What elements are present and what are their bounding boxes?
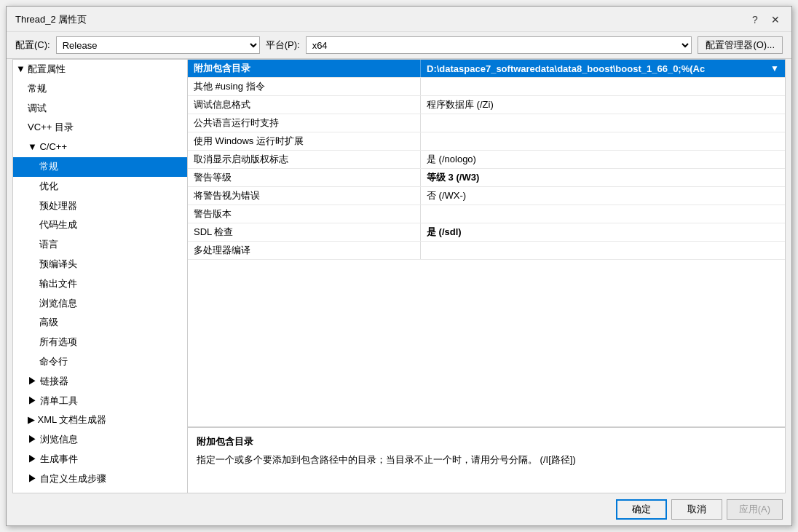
tree-item-vc-dirs[interactable]: VC++ 目录 — [13, 118, 187, 138]
tree-item-cpp-codegen[interactable]: 代码生成 — [13, 215, 187, 235]
prop-row-suppress-logo[interactable]: 取消显示启动版权标志是 (/nologo) — [188, 151, 785, 169]
tree-item-cpp-all[interactable]: 所有选项 — [13, 333, 187, 352]
config-label: 配置(C): — [15, 39, 50, 52]
props-header-value: D:\dataspace7_softwaredata\data8_boost\b… — [421, 60, 785, 77]
tree-item-cpp-cmdline[interactable]: 命令行 — [13, 352, 187, 372]
config-manager-button[interactable]: 配置管理器(O)... — [698, 36, 783, 54]
dialog-title: Thread_2 属性页 — [15, 13, 87, 26]
description-panel: 附加包含目录 指定一个或多个要添加到包含路径中的目录；当目录不止一个时，请用分号… — [188, 427, 785, 493]
left-tree-panel: ▼ 配置属性常规调试VC++ 目录▼ C/C++常规优化预处理器代码生成语言预编… — [13, 60, 188, 493]
desc-text: 指定一个或多个要添加到包含路径中的目录；当目录不止一个时，请用分号分隔。 (/I… — [197, 453, 776, 467]
tree-item-custom-build[interactable]: ▶ 自定义生成步骤 — [13, 469, 187, 489]
props-header-row: 附加包含目录 D:\dataspace7_softwaredata\data8_… — [188, 60, 785, 78]
prop-name-warning-version: 警告版本 — [188, 205, 421, 223]
prop-value-warning-version — [421, 205, 785, 223]
platform-label: 平台(P): — [266, 39, 300, 52]
prop-row-multi-proc[interactable]: 多处理器编译 — [188, 242, 785, 260]
prop-value-sdl-check: 是 (/sdl) — [421, 223, 785, 241]
prop-value-warning-as-error: 否 (/WX-) — [421, 187, 785, 205]
tree-item-cpp-lang[interactable]: 语言 — [13, 235, 187, 255]
prop-name-warning-level: 警告等级 — [188, 169, 421, 186]
tree-item-config-props[interactable]: ▼ 配置属性 — [13, 60, 187, 79]
tree-item-cpp-browse[interactable]: 浏览信息 — [13, 294, 187, 314]
main-content: ▼ 配置属性常规调试VC++ 目录▼ C/C++常规优化预处理器代码生成语言预编… — [12, 59, 786, 493]
ok-button[interactable]: 确定 — [616, 499, 667, 520]
prop-value-multi-proc — [421, 242, 785, 259]
prop-value-windows-runtime — [421, 132, 785, 150]
prop-name-warning-as-error: 将警告视为错误 — [188, 187, 421, 205]
prop-row-sdl-check[interactable]: SDL 检查是 (/sdl) — [188, 223, 785, 242]
header-value-text: D:\dataspace7_softwaredata\data8_boost\b… — [427, 63, 705, 74]
tree-item-cpp-advanced[interactable]: 高级 — [13, 313, 187, 333]
prop-value-other-using — [421, 78, 785, 95]
prop-rows-container: 其他 #using 指令调试信息格式程序数据库 (/Zi)公共语言运行时支持使用… — [188, 78, 785, 260]
tree-item-cpp[interactable]: ▼ C/C++ — [13, 138, 187, 157]
prop-row-windows-runtime[interactable]: 使用 Windows 运行时扩展 — [188, 132, 785, 151]
apply-button[interactable]: 应用(A) — [727, 499, 783, 520]
tree-item-cpp-output[interactable]: 输出文件 — [13, 274, 187, 294]
footer: 确定 取消 应用(A) — [7, 493, 791, 525]
tree-item-general[interactable]: 常规 — [13, 79, 187, 99]
prop-value-common-runtime — [421, 114, 785, 132]
tree-item-debug[interactable]: 调试 — [13, 99, 187, 119]
cancel-button[interactable]: 取消 — [671, 499, 722, 520]
tree-item-build-events[interactable]: ▶ 生成事件 — [13, 450, 187, 469]
prop-value-debug-format: 程序数据库 (/Zi) — [421, 96, 785, 114]
tree-item-xml[interactable]: ▶ XML 文档生成器 — [13, 410, 187, 430]
prop-value-warning-level: 等级 3 (/W3) — [421, 169, 785, 186]
config-select[interactable]: Release — [56, 36, 260, 54]
help-button[interactable]: ? — [748, 12, 762, 27]
tree-item-cpp-optimize[interactable]: 优化 — [13, 177, 187, 196]
desc-title: 附加包含目录 — [197, 435, 776, 448]
dialog-window: Thread_2 属性页 ? ✕ 配置(C): Release 平台(P): x… — [6, 6, 792, 526]
right-panel: 附加包含目录 D:\dataspace7_softwaredata\data8_… — [188, 60, 785, 493]
prop-row-warning-level[interactable]: 警告等级等级 3 (/W3) — [188, 169, 785, 187]
prop-value-suppress-logo: 是 (/nologo) — [421, 151, 785, 168]
title-bar-buttons: ? ✕ — [748, 12, 783, 27]
prop-row-warning-as-error[interactable]: 将警告视为错误否 (/WX-) — [188, 187, 785, 205]
prop-row-other-using[interactable]: 其他 #using 指令 — [188, 78, 785, 96]
tree-item-cpp-pch[interactable]: 预编译头 — [13, 255, 187, 274]
prop-name-sdl-check: SDL 检查 — [188, 223, 421, 241]
header-value-container: D:\dataspace7_softwaredata\data8_boost\b… — [427, 63, 779, 74]
title-bar: Thread_2 属性页 ? ✕ — [7, 7, 791, 32]
platform-select[interactable]: x64 — [306, 36, 692, 54]
props-header-name: 附加包含目录 — [188, 60, 421, 77]
expand-icon[interactable]: ▼ — [770, 63, 779, 74]
prop-row-warning-version[interactable]: 警告版本 — [188, 205, 785, 223]
tree-item-linker[interactable]: ▶ 链接器 — [13, 372, 187, 392]
prop-row-debug-format[interactable]: 调试信息格式程序数据库 (/Zi) — [188, 96, 785, 114]
prop-name-multi-proc: 多处理器编译 — [188, 242, 421, 259]
prop-row-common-runtime[interactable]: 公共语言运行时支持 — [188, 114, 785, 132]
tree-item-code-analysis[interactable]: ▶ 代码分析 — [13, 489, 187, 493]
prop-name-other-using: 其他 #using 指令 — [188, 78, 421, 95]
prop-name-common-runtime: 公共语言运行时支持 — [188, 114, 421, 132]
prop-name-windows-runtime: 使用 Windows 运行时扩展 — [188, 132, 421, 150]
properties-table: 附加包含目录 D:\dataspace7_softwaredata\data8_… — [188, 60, 785, 427]
close-button[interactable]: ✕ — [768, 12, 783, 27]
toolbar: 配置(C): Release 平台(P): x64 配置管理器(O)... — [7, 32, 791, 59]
prop-name-suppress-logo: 取消显示启动版权标志 — [188, 151, 421, 168]
tree-item-manifest[interactable]: ▶ 清单工具 — [13, 392, 187, 411]
tree-item-cpp-general[interactable]: 常规 — [13, 157, 187, 177]
prop-name-debug-format: 调试信息格式 — [188, 96, 421, 114]
tree-item-cpp-preprocessor[interactable]: 预处理器 — [13, 196, 187, 216]
tree-item-browse-info[interactable]: ▶ 浏览信息 — [13, 430, 187, 450]
